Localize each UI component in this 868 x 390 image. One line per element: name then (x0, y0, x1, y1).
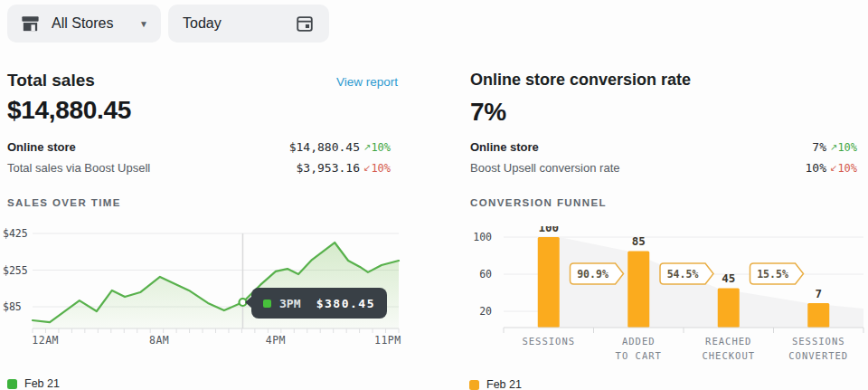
svg-text:20: 20 (479, 305, 492, 318)
trend-badge: ↙10% (363, 162, 398, 175)
svg-text:$425: $425 (3, 227, 28, 240)
chart-tooltip: 3PM $380.45 (251, 288, 387, 319)
svg-text:$85: $85 (3, 300, 22, 313)
tooltip-value: $380.45 (316, 297, 375, 310)
svg-text:100: 100 (473, 231, 492, 243)
sales-over-time-chart[interactable]: $425$255$8512AM8AM4PM11PM 3PM $380.45 (0, 226, 402, 357)
trend-down-icon: ↙ (363, 163, 371, 173)
store-icon (20, 14, 41, 34)
date-range-button[interactable]: Today (168, 5, 329, 43)
svg-text:11PM: 11PM (374, 334, 401, 347)
trend-up-icon: ↗ (363, 142, 371, 152)
total-sales-title: Total sales (7, 71, 95, 90)
legend-swatch-icon (469, 380, 479, 390)
svg-text:CHECKOUT: CHECKOUT (702, 350, 755, 361)
svg-text:8AM: 8AM (149, 334, 169, 347)
trend-badge: ↗10% (363, 141, 398, 154)
chevron-down-icon: ▼ (139, 19, 148, 29)
total-sales-value: $14,880.45 (7, 96, 131, 125)
conversion-breakdown: Online store 7% ↗10% Boost Upsell conver… (470, 137, 864, 178)
svg-text:60: 60 (479, 268, 492, 281)
svg-text:100: 100 (538, 226, 559, 234)
trend-badge: ↗10% (830, 141, 864, 154)
store-selector-button[interactable]: All Stores ▼ (7, 5, 161, 43)
conversion-rate-title: Online store conversion rate (470, 71, 691, 90)
view-report-link[interactable]: View report (336, 75, 398, 89)
store-selector-label: All Stores (52, 15, 113, 32)
funnel-chart-legend: Feb 21 (469, 378, 522, 390)
total-sales-breakdown: Online store $14,880.45 ↗10% Total sales… (7, 137, 398, 178)
sales-chart-legend: Feb 21 (7, 377, 60, 390)
svg-text:7: 7 (815, 287, 822, 300)
metric-row-online-store: Online store $14,880.45 ↗10% (7, 137, 398, 157)
legend-swatch-icon (7, 379, 17, 389)
tooltip-time: 3PM (279, 297, 300, 310)
legend-label: Feb 21 (24, 377, 60, 390)
svg-text:CONVERTED: CONVERTED (788, 350, 848, 361)
trend-down-icon: ↙ (830, 163, 837, 173)
funnel-chart-svg: 10060201008545790.9%54.5%15.5%SESSIONSAD… (468, 226, 868, 371)
conversion-funnel-chart[interactable]: 10060201008545790.9%54.5%15.5%SESSIONSAD… (468, 226, 868, 371)
sales-over-time-title: SALES OVER TIME (7, 197, 121, 208)
svg-text:$255: $255 (3, 264, 28, 277)
svg-text:12AM: 12AM (32, 334, 59, 347)
svg-text:ADDED: ADDED (622, 336, 656, 347)
trend-up-icon: ↗ (830, 142, 837, 152)
svg-text:4PM: 4PM (266, 334, 286, 347)
calendar-icon (295, 14, 315, 33)
svg-text:TO CART: TO CART (616, 350, 662, 361)
trend-badge: ↙10% (830, 162, 864, 175)
metric-row-boost-upsell: Total sales via Boost Upsell $3,953.16 ↙… (7, 157, 398, 178)
svg-text:90.9%: 90.9% (577, 268, 609, 281)
svg-text:15.5%: 15.5% (757, 268, 788, 281)
conversion-funnel-title: CONVERSION FUNNEL (470, 197, 607, 208)
svg-text:45: 45 (722, 271, 735, 285)
conversion-rate-value: 7% (470, 98, 506, 127)
svg-text:85: 85 (632, 234, 646, 248)
svg-text:54.5%: 54.5% (667, 268, 699, 281)
legend-label: Feb 21 (486, 378, 522, 390)
svg-text:SESSIONS: SESSIONS (792, 336, 845, 347)
metric-row-boost-upsell-rate: Boost Upsell conversion rate 10% ↙10% (470, 157, 864, 178)
svg-text:REACHED: REACHED (705, 336, 751, 347)
tooltip-series-swatch-icon (263, 300, 271, 308)
svg-text:SESSIONS: SESSIONS (522, 336, 575, 347)
metric-row-online-store-rate: Online store 7% ↗10% (470, 137, 864, 157)
date-range-label: Today (183, 15, 222, 32)
